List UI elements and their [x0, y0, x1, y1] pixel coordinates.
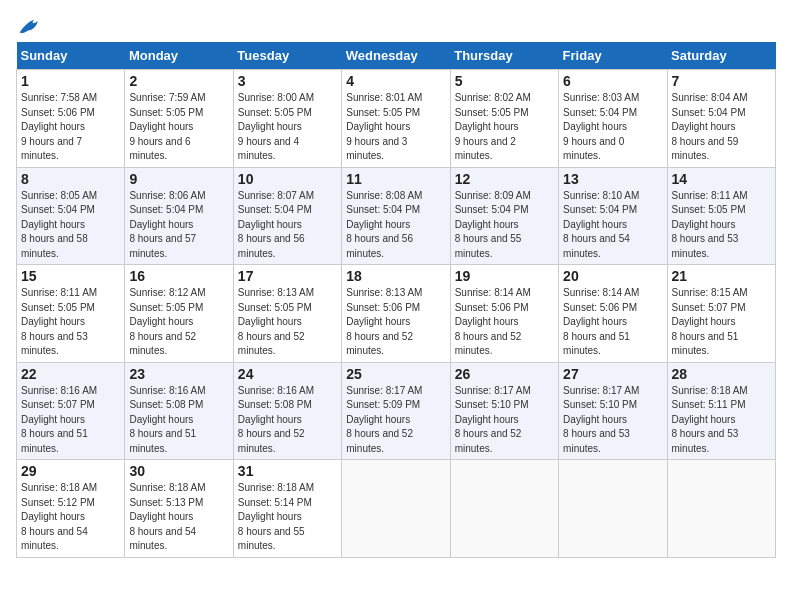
day-detail: Sunrise: 8:00 AMSunset: 5:05 PMDaylight …	[238, 92, 314, 161]
weekday-header-sunday: Sunday	[17, 42, 125, 70]
calendar-cell: 6 Sunrise: 8:03 AMSunset: 5:04 PMDayligh…	[559, 70, 667, 168]
day-detail: Sunrise: 8:12 AMSunset: 5:05 PMDaylight …	[129, 287, 205, 356]
weekday-header-saturday: Saturday	[667, 42, 775, 70]
calendar-cell: 22 Sunrise: 8:16 AMSunset: 5:07 PMDaylig…	[17, 362, 125, 460]
calendar-cell: 24 Sunrise: 8:16 AMSunset: 5:08 PMDaylig…	[233, 362, 341, 460]
day-detail: Sunrise: 8:14 AMSunset: 5:06 PMDaylight …	[455, 287, 531, 356]
day-number: 11	[346, 171, 445, 187]
day-number: 10	[238, 171, 337, 187]
day-number: 22	[21, 366, 120, 382]
day-number: 26	[455, 366, 554, 382]
day-number: 23	[129, 366, 228, 382]
calendar-cell: 10 Sunrise: 8:07 AMSunset: 5:04 PMDaylig…	[233, 167, 341, 265]
calendar-cell: 4 Sunrise: 8:01 AMSunset: 5:05 PMDayligh…	[342, 70, 450, 168]
day-number: 24	[238, 366, 337, 382]
day-number: 28	[672, 366, 771, 382]
calendar-cell	[667, 460, 775, 558]
calendar-cell: 19 Sunrise: 8:14 AMSunset: 5:06 PMDaylig…	[450, 265, 558, 363]
day-number: 30	[129, 463, 228, 479]
calendar-cell: 13 Sunrise: 8:10 AMSunset: 5:04 PMDaylig…	[559, 167, 667, 265]
calendar-cell: 20 Sunrise: 8:14 AMSunset: 5:06 PMDaylig…	[559, 265, 667, 363]
day-detail: Sunrise: 8:13 AMSunset: 5:06 PMDaylight …	[346, 287, 422, 356]
calendar-cell: 8 Sunrise: 8:05 AMSunset: 5:04 PMDayligh…	[17, 167, 125, 265]
calendar-table: SundayMondayTuesdayWednesdayThursdayFrid…	[16, 42, 776, 558]
day-number: 7	[672, 73, 771, 89]
calendar-cell: 15 Sunrise: 8:11 AMSunset: 5:05 PMDaylig…	[17, 265, 125, 363]
day-detail: Sunrise: 7:58 AMSunset: 5:06 PMDaylight …	[21, 92, 97, 161]
day-detail: Sunrise: 8:18 AMSunset: 5:12 PMDaylight …	[21, 482, 97, 551]
day-detail: Sunrise: 8:18 AMSunset: 5:11 PMDaylight …	[672, 385, 748, 454]
calendar-cell: 14 Sunrise: 8:11 AMSunset: 5:05 PMDaylig…	[667, 167, 775, 265]
calendar-cell: 25 Sunrise: 8:17 AMSunset: 5:09 PMDaylig…	[342, 362, 450, 460]
calendar-cell: 7 Sunrise: 8:04 AMSunset: 5:04 PMDayligh…	[667, 70, 775, 168]
weekday-header-friday: Friday	[559, 42, 667, 70]
calendar-cell: 21 Sunrise: 8:15 AMSunset: 5:07 PMDaylig…	[667, 265, 775, 363]
day-number: 5	[455, 73, 554, 89]
day-detail: Sunrise: 8:08 AMSunset: 5:04 PMDaylight …	[346, 190, 422, 259]
calendar-cell: 5 Sunrise: 8:02 AMSunset: 5:05 PMDayligh…	[450, 70, 558, 168]
day-detail: Sunrise: 8:16 AMSunset: 5:08 PMDaylight …	[238, 385, 314, 454]
day-detail: Sunrise: 8:13 AMSunset: 5:05 PMDaylight …	[238, 287, 314, 356]
week-row-4: 22 Sunrise: 8:16 AMSunset: 5:07 PMDaylig…	[17, 362, 776, 460]
calendar-cell: 23 Sunrise: 8:16 AMSunset: 5:08 PMDaylig…	[125, 362, 233, 460]
day-number: 4	[346, 73, 445, 89]
calendar-cell: 18 Sunrise: 8:13 AMSunset: 5:06 PMDaylig…	[342, 265, 450, 363]
calendar-cell: 2 Sunrise: 7:59 AMSunset: 5:05 PMDayligh…	[125, 70, 233, 168]
day-detail: Sunrise: 8:16 AMSunset: 5:07 PMDaylight …	[21, 385, 97, 454]
day-detail: Sunrise: 8:05 AMSunset: 5:04 PMDaylight …	[21, 190, 97, 259]
calendar-cell: 17 Sunrise: 8:13 AMSunset: 5:05 PMDaylig…	[233, 265, 341, 363]
day-number: 2	[129, 73, 228, 89]
day-number: 9	[129, 171, 228, 187]
day-detail: Sunrise: 8:06 AMSunset: 5:04 PMDaylight …	[129, 190, 205, 259]
day-detail: Sunrise: 8:07 AMSunset: 5:04 PMDaylight …	[238, 190, 314, 259]
day-number: 31	[238, 463, 337, 479]
day-detail: Sunrise: 8:10 AMSunset: 5:04 PMDaylight …	[563, 190, 639, 259]
day-detail: Sunrise: 8:03 AMSunset: 5:04 PMDaylight …	[563, 92, 639, 161]
week-row-3: 15 Sunrise: 8:11 AMSunset: 5:05 PMDaylig…	[17, 265, 776, 363]
weekday-header-thursday: Thursday	[450, 42, 558, 70]
day-number: 27	[563, 366, 662, 382]
day-number: 15	[21, 268, 120, 284]
day-detail: Sunrise: 8:09 AMSunset: 5:04 PMDaylight …	[455, 190, 531, 259]
calendar-cell: 16 Sunrise: 8:12 AMSunset: 5:05 PMDaylig…	[125, 265, 233, 363]
day-detail: Sunrise: 8:17 AMSunset: 5:09 PMDaylight …	[346, 385, 422, 454]
calendar-cell: 9 Sunrise: 8:06 AMSunset: 5:04 PMDayligh…	[125, 167, 233, 265]
calendar-cell: 3 Sunrise: 8:00 AMSunset: 5:05 PMDayligh…	[233, 70, 341, 168]
day-number: 3	[238, 73, 337, 89]
day-number: 25	[346, 366, 445, 382]
day-detail: Sunrise: 8:14 AMSunset: 5:06 PMDaylight …	[563, 287, 639, 356]
day-number: 19	[455, 268, 554, 284]
calendar-cell	[559, 460, 667, 558]
day-number: 17	[238, 268, 337, 284]
weekday-header-tuesday: Tuesday	[233, 42, 341, 70]
day-detail: Sunrise: 8:18 AMSunset: 5:13 PMDaylight …	[129, 482, 205, 551]
day-detail: Sunrise: 8:15 AMSunset: 5:07 PMDaylight …	[672, 287, 748, 356]
day-number: 6	[563, 73, 662, 89]
day-detail: Sunrise: 8:04 AMSunset: 5:04 PMDaylight …	[672, 92, 748, 161]
week-row-2: 8 Sunrise: 8:05 AMSunset: 5:04 PMDayligh…	[17, 167, 776, 265]
day-number: 20	[563, 268, 662, 284]
day-number: 12	[455, 171, 554, 187]
day-number: 13	[563, 171, 662, 187]
day-detail: Sunrise: 8:11 AMSunset: 5:05 PMDaylight …	[21, 287, 97, 356]
calendar-cell: 26 Sunrise: 8:17 AMSunset: 5:10 PMDaylig…	[450, 362, 558, 460]
day-detail: Sunrise: 8:11 AMSunset: 5:05 PMDaylight …	[672, 190, 748, 259]
calendar-cell: 30 Sunrise: 8:18 AMSunset: 5:13 PMDaylig…	[125, 460, 233, 558]
logo-bird-icon	[18, 16, 42, 36]
day-number: 1	[21, 73, 120, 89]
day-number: 16	[129, 268, 228, 284]
page-header	[16, 16, 776, 32]
calendar-cell	[450, 460, 558, 558]
calendar-cell	[342, 460, 450, 558]
weekday-header-monday: Monday	[125, 42, 233, 70]
day-number: 8	[21, 171, 120, 187]
calendar-cell: 12 Sunrise: 8:09 AMSunset: 5:04 PMDaylig…	[450, 167, 558, 265]
day-number: 18	[346, 268, 445, 284]
week-row-5: 29 Sunrise: 8:18 AMSunset: 5:12 PMDaylig…	[17, 460, 776, 558]
logo	[16, 16, 42, 32]
day-number: 14	[672, 171, 771, 187]
weekday-header-wednesday: Wednesday	[342, 42, 450, 70]
day-detail: Sunrise: 8:02 AMSunset: 5:05 PMDaylight …	[455, 92, 531, 161]
calendar-cell: 27 Sunrise: 8:17 AMSunset: 5:10 PMDaylig…	[559, 362, 667, 460]
calendar-cell: 1 Sunrise: 7:58 AMSunset: 5:06 PMDayligh…	[17, 70, 125, 168]
